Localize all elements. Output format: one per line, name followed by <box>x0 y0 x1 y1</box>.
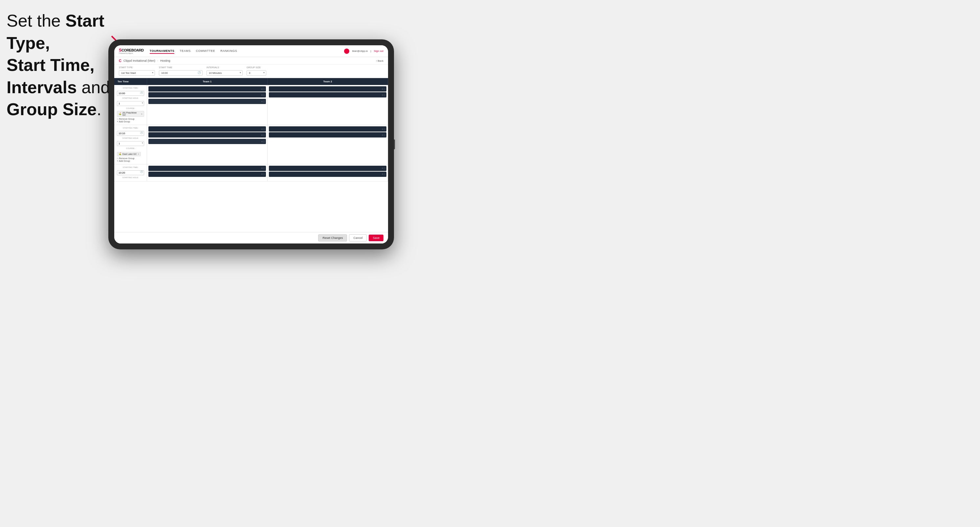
start-time-input[interactable] <box>159 70 202 76</box>
breadcrumb-separator: › <box>157 59 158 62</box>
remove-player-3-2[interactable]: ×□ <box>261 173 265 175</box>
remove-player-1-t2-1[interactable]: ×□ <box>382 88 385 90</box>
breadcrumb-logo: C <box>119 59 121 63</box>
intervals-select[interactable]: 5 Minutes 10 Minutes 15 Minutes <box>207 70 243 76</box>
group-3: STARTING TIME: 🕐 STARTING HOLE: ×□ ×□ <box>114 164 388 181</box>
clock-icon: 🕐 <box>198 71 201 74</box>
group-3-team1: ×□ ×□ <box>147 164 267 181</box>
remove-player-1-2[interactable]: ×□ <box>261 94 265 96</box>
instruction-bold-3: Intervals <box>6 78 77 97</box>
remove-icon-1: ○ <box>117 118 118 120</box>
remove-player-2-t2-1[interactable]: ×□ <box>382 128 385 130</box>
starting-time-input-wrapper-3: 🕐 <box>117 169 144 175</box>
breadcrumb-bar: C Clippd Invitational (Men) › Hosting ‹ … <box>114 57 388 65</box>
breadcrumb: C Clippd Invitational (Men) › Hosting <box>119 59 170 63</box>
starting-hole-label-3: STARTING HOLE: <box>117 176 144 178</box>
add-group-2[interactable]: + Add Group <box>117 160 144 162</box>
player-row-1-2: ×□ <box>148 92 266 97</box>
table-header: Tee Time Team 1 Team 2 <box>114 78 388 85</box>
starting-time-input-wrapper-2: 🕐 <box>117 130 144 136</box>
group-size-group: Group Size 2 3 4 <box>247 66 266 76</box>
starting-hole-input-1[interactable] <box>117 101 144 106</box>
intervals-select-wrapper: 5 Minutes 10 Minutes 15 Minutes <box>207 69 243 76</box>
save-button[interactable]: Save <box>369 235 383 241</box>
starting-time-label-3: STARTING TIME: <box>117 167 144 168</box>
player-row-3-t2-2: ×□ <box>269 171 387 177</box>
instruction-bold-2: Start Time, <box>6 56 95 75</box>
bottom-bar: Reset Changes Cancel Save <box>114 232 388 243</box>
back-button[interactable]: ‹ Back <box>376 59 383 62</box>
group-size-select-wrapper: 2 3 4 <box>247 69 266 76</box>
logo: SCOREBOARD Powered by clipp.io <box>119 48 144 54</box>
group-size-select[interactable]: 2 3 4 <box>247 70 266 76</box>
group-size-label: Group Size <box>247 66 266 68</box>
remove-player-2-t2-2[interactable]: ×□ <box>382 134 385 136</box>
remove-icon-2: ○ <box>117 157 118 159</box>
cancel-button[interactable]: Cancel <box>349 234 367 241</box>
remove-player-1-t2-2[interactable]: ×□ <box>382 94 385 96</box>
group-2-left: STARTING TIME: 🕐 STARTING HOLE: ▾ COURSE… <box>114 125 147 164</box>
remove-player-2-3[interactable]: ×□ <box>261 140 265 143</box>
remove-player-2-1[interactable]: ×□ <box>261 128 265 130</box>
start-type-label: Start Type <box>119 66 155 68</box>
group-3-left: STARTING TIME: 🕐 STARTING HOLE: <box>114 164 147 181</box>
remove-player-1-3[interactable]: ×□ <box>261 100 265 103</box>
starting-hole-input-wrapper-2: ▾ <box>117 140 144 146</box>
remove-player-3-t2-1[interactable]: ×□ <box>382 167 385 169</box>
action-links-1: ○ Remove Group + Add Group <box>117 118 144 123</box>
starting-time-label-1: STARTING TIME: <box>117 87 144 89</box>
nav-rankings[interactable]: RANKINGS <box>220 49 237 54</box>
start-time-group: Start Time 🕐 <box>159 66 202 76</box>
nav-links: TOURNAMENTS TEAMS COMMITTEE RANKINGS <box>150 49 344 54</box>
nav-committee[interactable]: COMMITTEE <box>196 49 215 54</box>
group-1: STARTING TIME: 🕐 STARTING HOLE: ▾ COURSE… <box>114 85 388 125</box>
group-2-team1: ×□ ×□ ×□ <box>147 125 267 164</box>
remove-group-1[interactable]: ○ Remove Group <box>117 118 144 120</box>
player-row-3-t2-1: ×□ <box>269 166 387 171</box>
nav-teams[interactable]: TEAMS <box>180 49 191 54</box>
starting-hole-label-1: STARTING HOLE: <box>117 97 144 99</box>
col-tee-time: Tee Time <box>114 78 147 85</box>
add-icon-1: + <box>117 121 118 123</box>
nav-right: blair@clipp.io | Sign out <box>344 49 383 54</box>
add-group-1[interactable]: + Add Group <box>117 121 144 123</box>
course-label-2: COURSE: <box>117 147 144 149</box>
remove-group-2[interactable]: ○ Remove Group <box>117 157 144 159</box>
group-2-team2: ×□ ×□ <box>267 125 388 164</box>
remove-player-3-1[interactable]: ×□ <box>261 167 265 169</box>
player-row-1-1: ×□ <box>148 86 266 92</box>
remove-player-2-2[interactable]: ×□ <box>261 134 265 136</box>
player-row-1-3: ×□ <box>148 99 266 104</box>
starting-time-label-2: STARTING TIME: <box>117 127 144 129</box>
user-avatar <box>344 49 349 54</box>
course-icon-2: ⛳ <box>119 152 121 155</box>
course-remove-2[interactable]: × <box>138 152 140 156</box>
course-remove-1[interactable]: × <box>141 113 143 116</box>
main-content[interactable]: STARTING TIME: 🕐 STARTING HOLE: ▾ COURSE… <box>114 85 388 232</box>
group-3-team2: ×□ ×□ <box>267 164 388 181</box>
breadcrumb-tournament[interactable]: Clippd Invitational (Men) <box>123 59 155 62</box>
start-type-select[interactable]: 1st Tee Start Shotgun Start <box>119 70 155 76</box>
group-2: STARTING TIME: 🕐 STARTING HOLE: ▾ COURSE… <box>114 125 388 164</box>
col-team2: Team 2 <box>267 78 388 85</box>
reset-button[interactable]: Reset Changes <box>318 234 347 241</box>
player-row-2-1: ×□ <box>148 126 266 132</box>
course-tag-2: ⛳ East Lake GC × <box>117 152 141 156</box>
divider: | <box>371 49 371 52</box>
sign-out-link[interactable]: Sign out <box>374 49 383 52</box>
starting-hole-input-2[interactable] <box>117 141 144 146</box>
hole-icon-2: ▾ <box>142 142 143 144</box>
col-team1: Team 1 <box>147 78 267 85</box>
player-row-2-t2-1: ×□ <box>269 126 387 132</box>
intervals-label: Intervals <box>207 66 243 68</box>
start-type-group: Start Type 1st Tee Start Shotgun Start <box>119 66 155 76</box>
instruction-bold-4: Group Size <box>6 100 97 119</box>
tablet-frame: SCOREBOARD Powered by clipp.io TOURNAMEN… <box>108 40 394 249</box>
player-row-2-t2-2: ×□ <box>269 132 387 138</box>
remove-player-1-1[interactable]: ×□ <box>261 88 265 90</box>
starting-hole-input-wrapper-1: ▾ <box>117 100 144 106</box>
remove-player-3-t2-2[interactable]: ×□ <box>382 173 385 175</box>
hole-icon-1: ▾ <box>142 102 143 104</box>
group-1-left: STARTING TIME: 🕐 STARTING HOLE: ▾ COURSE… <box>114 85 147 125</box>
nav-tournaments[interactable]: TOURNAMENTS <box>150 49 174 54</box>
